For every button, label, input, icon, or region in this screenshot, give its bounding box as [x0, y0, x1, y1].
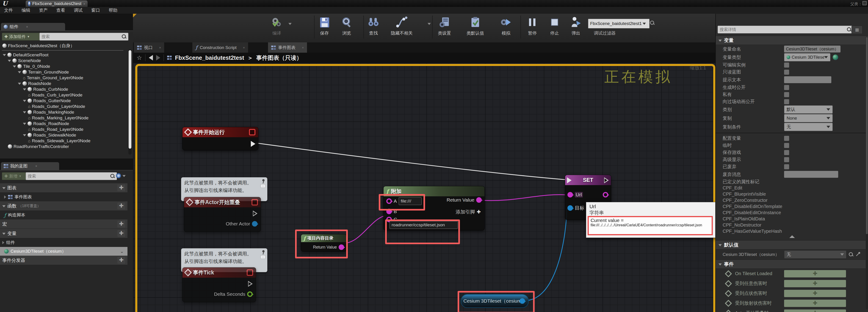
section-宏[interactable]: 宏✚ [0, 219, 127, 229]
expand-arrow-icon[interactable] [8, 60, 11, 62]
exec-out-pin[interactable] [251, 141, 255, 147]
pin-icon[interactable] [262, 250, 265, 252]
url-out-pin[interactable] [603, 192, 608, 198]
section-函数[interactable]: 函数（18可覆盖）✚ [0, 201, 127, 211]
tree-item[interactable]: Roads_RoadNode [0, 121, 126, 127]
document-tab[interactable]: FbxScene_baidutest2test × [26, 0, 88, 7]
checkbox[interactable] [784, 63, 789, 68]
pin-a[interactable]: A file:/// [386, 197, 422, 205]
node-project-content-dir[interactable]: ƒ 项目内容目录 Return Value [301, 234, 347, 251]
tree-item[interactable]: Roads_CurbNode [0, 86, 126, 92]
add-event-button[interactable]: ✚ [784, 280, 846, 287]
text-field[interactable] [784, 76, 831, 83]
section-事件[interactable]: 事件 [716, 259, 868, 269]
pause-button[interactable]: 暂停 [526, 16, 538, 36]
bp-item-Cesium3DTileset（cesium）[interactable]: Cesium3DTileset（cesium）⌄ [0, 247, 127, 256]
menu-item[interactable]: 查看 [56, 7, 65, 13]
components-search-input[interactable]: 搜索 [39, 33, 128, 40]
favorite-star-icon[interactable]: ☆ [137, 54, 142, 61]
checkbox[interactable] [784, 136, 789, 141]
forward-arrow-icon[interactable] [156, 55, 160, 61]
add-event-button[interactable]: ✚ [784, 270, 846, 277]
target-pin[interactable]: 目标 [567, 205, 584, 211]
tree-item[interactable]: ⌂Roads_Gutter_Layer0Node [0, 104, 126, 109]
add-button[interactable]: ✚ [117, 184, 125, 191]
tree-item[interactable]: ⌂Roads_Sidewalk_Layer0Node [0, 138, 126, 144]
text-field[interactable] [784, 171, 838, 178]
debug-filter-dropdown[interactable]: FbxScene_baidutest2test1 [588, 19, 650, 28]
tab-components[interactable]: 组件 × [1, 23, 65, 31]
section-默认值[interactable]: 默认值 [716, 240, 868, 249]
compile-button[interactable]: 编译 [271, 16, 283, 36]
class-settings-button[interactable]: 类设置 [438, 16, 451, 36]
checkbox[interactable] [784, 99, 789, 104]
add-button[interactable]: ✚ [117, 203, 125, 209]
hide-unrelated-button[interactable]: 隐藏不相关 [391, 16, 413, 36]
checkbox[interactable] [784, 164, 789, 169]
tab-my-blueprint[interactable]: 我的蓝图 × [1, 162, 59, 170]
search-icon[interactable] [650, 21, 655, 25]
section-变量[interactable]: 变量 [716, 36, 868, 45]
tree-item[interactable]: RoadRunnerTrafficController [0, 144, 126, 149]
stop-button[interactable]: 停止 [549, 16, 561, 36]
expand-arrow-icon[interactable] [23, 89, 26, 91]
scrollbar[interactable] [128, 49, 132, 154]
dropdown[interactable]: 无 [784, 123, 833, 131]
class-defaults-button[interactable]: 类默认值 [467, 16, 484, 36]
display-options-button[interactable]: ▦ [851, 26, 863, 34]
checkbox[interactable] [784, 157, 789, 162]
pin-b[interactable]: B [386, 209, 397, 214]
tree-item[interactable]: SceneNode [0, 58, 126, 64]
expand-arrow-icon[interactable] [23, 123, 26, 125]
node-append[interactable]: ƒ 附加 A file:/// B C roadrunner/ccsp/tile… [383, 186, 485, 231]
section-变量[interactable]: 变量✚ [0, 229, 127, 238]
tree-item[interactable]: ⌂Roads_Road_Layer0Node [0, 127, 126, 132]
node-event-begin-play[interactable]: 事件开始运行 [182, 127, 258, 150]
node-cesium-getter[interactable]: Cesium 3DTileset（cesium） [461, 294, 529, 308]
details-search-input[interactable]: 搜索详情 [718, 26, 854, 33]
section-事件分发器[interactable]: 事件分发器✚ [0, 256, 127, 265]
chevron-down-icon[interactable] [428, 23, 431, 25]
scrollbar[interactable] [866, 37, 868, 309]
expand-arrow-icon[interactable] [23, 111, 26, 113]
add-pin-button[interactable]: 添加引脚 ✚ [456, 209, 481, 215]
add-event-button[interactable]: ✚ [784, 300, 846, 307]
tree-item[interactable]: RoadsNode [0, 81, 126, 86]
expand-arrow-icon[interactable] [18, 83, 21, 85]
browse-button[interactable]: 浏览 [340, 16, 353, 36]
menu-item[interactable]: 文件 [4, 7, 13, 13]
add-button[interactable]: ✚ [117, 230, 125, 237]
collapse-button[interactable] [716, 235, 868, 240]
pin-c-value-input[interactable]: roadrunner/ccsp/tileset.json [390, 221, 458, 229]
visibility-eye-icon[interactable] [116, 173, 121, 178]
add-button[interactable]: ✚ [117, 257, 125, 264]
exec-in-pin[interactable] [567, 177, 571, 183]
tree-item[interactable]: DefaultSceneRoot [0, 52, 126, 58]
return-value-pin[interactable]: Return Value [446, 197, 482, 203]
add-component-button[interactable]: ✚ 添加组件 ▼ [2, 33, 41, 40]
find-button[interactable]: 查找 [367, 16, 380, 36]
close-icon[interactable]: × [35, 164, 37, 168]
pin-a-value-input[interactable]: file:/// [399, 197, 422, 205]
comment-bubble-icon[interactable]: … [260, 255, 266, 259]
save-button[interactable]: 保存 [318, 16, 331, 36]
checkbox[interactable] [784, 85, 789, 90]
section-图表[interactable]: 图表✚ [0, 183, 127, 193]
tree-item-self[interactable]: FbxScene_baidutest2test（自身） [2, 43, 122, 48]
checkbox[interactable] [784, 92, 789, 97]
expand-arrow-icon[interactable] [3, 54, 6, 56]
pin-icon[interactable] [262, 179, 265, 181]
default-value-dropdown[interactable]: 无 [784, 250, 846, 258]
breadcrumb-root[interactable]: FbxScene_baidutest2test [175, 55, 244, 61]
tree-item[interactable]: Terrain_GroundNode [0, 69, 126, 75]
bp-item-构造脚本[interactable]: ƒ构造脚本 [0, 211, 127, 219]
expand-arrow-icon[interactable] [23, 134, 26, 136]
text-field[interactable]: Cesium3DTileset（cesium） [784, 45, 840, 53]
url-in-pin[interactable]: Url [567, 192, 583, 198]
dropdown[interactable]: None [784, 114, 833, 122]
menu-item[interactable]: 编辑 [22, 7, 30, 13]
tree-item[interactable]: ⌂Roads_Marking_Layer0Node [0, 115, 126, 121]
return-value-pin[interactable]: Return Value [313, 244, 344, 250]
graph-tab-Construction Script[interactable]: ƒConstruction Script× [192, 42, 248, 53]
tree-item[interactable]: Roads_MarkingNode [0, 109, 126, 115]
